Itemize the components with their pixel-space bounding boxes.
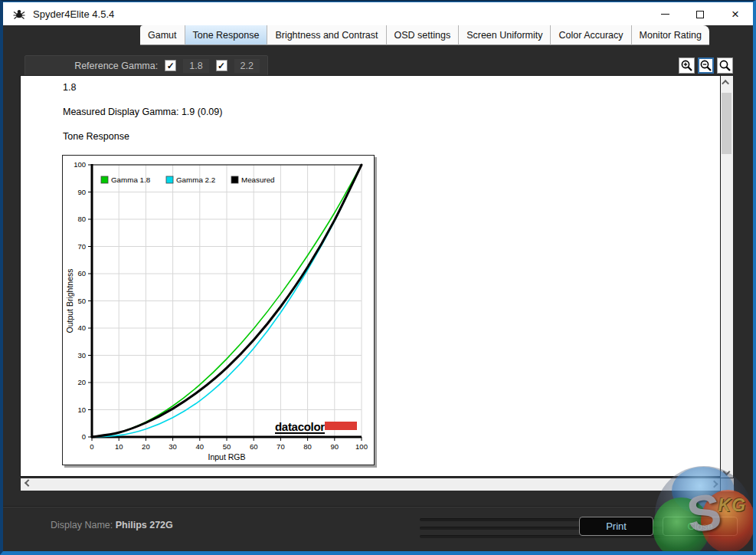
- reference-gamma-22-checkbox[interactable]: ✓: [216, 60, 227, 71]
- zoom-reset-button[interactable]: [717, 57, 733, 74]
- gamma-heading: 1.8: [63, 82, 76, 93]
- chevron-up-icon: [722, 79, 729, 87]
- svg-text:Output Brightness: Output Brightness: [65, 268, 74, 333]
- display-name-label: Display Name:: [51, 520, 113, 530]
- svg-text:Measured: Measured: [241, 176, 275, 184]
- svg-text:Gamma 1.8: Gamma 1.8: [111, 176, 151, 184]
- svg-text:80: 80: [303, 442, 312, 451]
- maximize-icon: [696, 11, 704, 18]
- svg-text:10: 10: [115, 442, 123, 451]
- check-icon: ✓: [167, 61, 175, 71]
- window-controls: ×: [647, 2, 753, 26]
- svg-text:10: 10: [77, 406, 86, 414]
- tab-label: OSD settings: [394, 30, 451, 41]
- svg-text:20: 20: [77, 378, 86, 386]
- svg-text:50: 50: [77, 297, 86, 305]
- zoom-out-icon: [699, 59, 712, 72]
- close-window-button[interactable]: ×: [718, 2, 753, 26]
- zoom-reset-icon: [718, 59, 731, 72]
- tab-color-accuracy[interactable]: Color Accuracy: [551, 25, 631, 45]
- chevron-right-icon: [710, 481, 718, 488]
- minimize-button[interactable]: [647, 2, 682, 26]
- close-button[interactable]: Close: [663, 517, 738, 536]
- tab-bar: Gamut Tone Response Brightness and Contr…: [140, 25, 709, 45]
- display-name: Display Name: Philips 272G: [51, 520, 173, 530]
- scroll-right-button[interactable]: [708, 478, 720, 490]
- chart-box: datacolor0102030405060708090100010203040…: [62, 155, 375, 465]
- scroll-up-button[interactable]: [721, 76, 732, 88]
- tab-brightness-contrast[interactable]: Brightness and Contrast: [267, 25, 386, 45]
- app-window: Spyder4Elite 4.5.4 × Gamut Tone Response…: [0, 0, 756, 555]
- svg-text:0: 0: [82, 432, 86, 441]
- svg-text:40: 40: [196, 442, 205, 451]
- chevron-left-icon: [24, 479, 31, 487]
- reference-gamma-22-label: 2.2: [234, 59, 260, 73]
- chevron-down-icon: [723, 468, 731, 475]
- svg-text:60: 60: [77, 269, 86, 278]
- svg-text:90: 90: [331, 442, 339, 451]
- minimize-icon: [661, 14, 669, 15]
- tab-monitor-rating[interactable]: Monitor Rating: [632, 25, 709, 45]
- maximize-button[interactable]: [682, 2, 718, 26]
- svg-text:50: 50: [223, 442, 231, 451]
- svg-text:30: 30: [169, 442, 177, 451]
- reference-gamma-toolbar: Reference Gamma: ✓ 1.8 ✓ 2.2: [25, 55, 268, 76]
- zoom-button-group: [679, 57, 733, 74]
- measured-gamma-text: Measured Display Gamma: 1.9 (0.09): [63, 107, 222, 117]
- svg-text:20: 20: [142, 442, 150, 451]
- close-icon: ×: [731, 8, 739, 21]
- horizontal-scrollbar[interactable]: [20, 478, 721, 491]
- scroll-down-button[interactable]: [721, 465, 732, 478]
- reference-gamma-18-label: 1.8: [183, 59, 208, 73]
- tab-tone-response[interactable]: Tone Response: [185, 25, 268, 45]
- svg-text:70: 70: [77, 242, 86, 251]
- tab-label: Monitor Rating: [640, 30, 702, 41]
- check-icon: ✓: [218, 61, 225, 71]
- scrollbar-corner: [721, 478, 734, 491]
- display-name-value: Philips 272G: [116, 520, 173, 530]
- window-title: Spyder4Elite 4.5.4: [33, 8, 114, 20]
- svg-text:Gamma 2.2: Gamma 2.2: [176, 176, 215, 184]
- vertical-scroll-thumb[interactable]: [722, 93, 731, 154]
- tab-gamut[interactable]: Gamut: [140, 25, 185, 45]
- svg-text:100: 100: [74, 160, 86, 169]
- tab-osd-settings[interactable]: OSD settings: [387, 25, 460, 45]
- svg-text:Input RGB: Input RGB: [208, 452, 245, 461]
- tab-label: Gamut: [148, 30, 177, 41]
- svg-text:0: 0: [90, 442, 93, 451]
- tab-screen-uniformity[interactable]: Screen Uniformity: [459, 25, 551, 45]
- section-title: Tone Response: [63, 131, 129, 142]
- zoom-in-icon: [680, 59, 693, 72]
- vertical-scrollbar[interactable]: [721, 75, 734, 478]
- zoom-in-button[interactable]: [679, 57, 695, 74]
- zoom-out-button[interactable]: [698, 57, 714, 74]
- svg-text:40: 40: [77, 323, 86, 332]
- svg-text:70: 70: [277, 442, 285, 451]
- svg-text:90: 90: [77, 188, 86, 196]
- svg-text:30: 30: [77, 351, 86, 360]
- tab-label: Color Accuracy: [558, 30, 623, 41]
- scroll-left-button[interactable]: [21, 478, 33, 490]
- report-page: 1.8 Measured Display Gamma: 1.9 (0.09) T…: [20, 75, 721, 477]
- tone-response-chart: datacolor0102030405060708090100010203040…: [63, 156, 374, 465]
- reference-gamma-18-checkbox[interactable]: ✓: [165, 60, 176, 71]
- svg-text:100: 100: [355, 442, 368, 451]
- title-bar: Spyder4Elite 4.5.4 ×: [3, 2, 753, 25]
- reference-gamma-label: Reference Gamma:: [74, 61, 158, 71]
- svg-text:datacolor: datacolor: [275, 420, 325, 433]
- svg-text:60: 60: [250, 442, 258, 451]
- tab-label: Tone Response: [193, 30, 260, 41]
- svg-text:80: 80: [77, 215, 86, 223]
- spyder-app-icon: [12, 7, 26, 21]
- footer-divider: [3, 506, 753, 507]
- print-button[interactable]: Print: [579, 517, 653, 536]
- tab-label: Brightness and Contrast: [275, 30, 378, 41]
- tab-label: Screen Uniformity: [466, 30, 542, 41]
